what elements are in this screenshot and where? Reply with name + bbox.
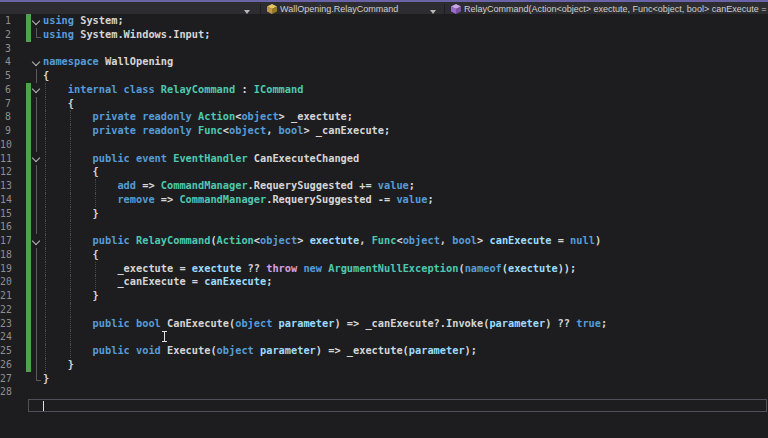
outline-guide <box>36 344 37 358</box>
line-number: 17 <box>0 234 11 248</box>
code-text: } <box>43 289 99 303</box>
collapse-chevron-icon[interactable] <box>32 16 40 24</box>
class-icon <box>267 4 277 14</box>
member-dropdown-label: RelayCommand(Action<object> exectute, Fu… <box>464 4 766 14</box>
change-tracking-bar <box>26 344 31 358</box>
outline-guide <box>36 275 37 289</box>
code-line[interactable]: 21 } <box>0 289 768 303</box>
indent-guide <box>70 303 71 317</box>
line-number: 15 <box>0 207 11 221</box>
code-text: { <box>43 248 99 262</box>
line-number: 28 <box>0 385 11 399</box>
collapse-chevron-icon[interactable] <box>32 154 40 162</box>
code-text: _canExecute = canExecute; <box>43 275 272 289</box>
indent-guide <box>70 138 71 152</box>
code-text: add => CommandManager.RequerySuggested +… <box>43 179 415 193</box>
code-line[interactable]: 18 { <box>0 248 768 262</box>
code-line[interactable]: 28 <box>0 385 768 399</box>
code-line[interactable]: 4namespace WallOpening <box>0 55 768 69</box>
outline-guide <box>36 330 37 344</box>
member-dropdown[interactable]: RelayCommand(Action<object> exectute, Fu… <box>446 4 768 14</box>
code-line[interactable]: 25 public void Execute(object parameter)… <box>0 344 768 358</box>
code-text: } <box>43 207 99 221</box>
code-line[interactable]: 10 <box>0 138 768 152</box>
line-number: 3 <box>0 42 11 56</box>
change-tracking-bar <box>26 110 31 124</box>
code-line[interactable]: 11 public event EventHandler CanExecuteC… <box>0 152 768 166</box>
code-text: { <box>43 165 99 179</box>
code-text: internal class RelayCommand : ICommand <box>43 83 303 97</box>
code-line[interactable]: 7 { <box>0 97 768 111</box>
line-number: 12 <box>0 165 11 179</box>
code-line[interactable]: 3 <box>0 42 768 56</box>
outline-guide <box>36 97 37 111</box>
navbar-divider <box>444 4 445 14</box>
change-tracking-bar <box>26 317 31 331</box>
outline-guide <box>36 179 37 193</box>
change-tracking-bar <box>26 97 31 111</box>
outline-guide <box>36 289 37 303</box>
change-tracking-bar <box>26 152 31 166</box>
change-tracking-bar <box>26 262 31 276</box>
code-line[interactable]: 13 add => CommandManager.RequerySuggeste… <box>0 179 768 193</box>
code-line[interactable]: 5{ <box>0 69 768 83</box>
line-number: 10 <box>0 138 11 152</box>
code-line[interactable]: 14 remove => CommandManager.RequerySugge… <box>0 193 768 207</box>
project-dropdown[interactable] <box>0 4 258 14</box>
collapse-chevron-icon[interactable] <box>32 85 40 93</box>
code-line[interactable]: 6 internal class RelayCommand : ICommand <box>0 83 768 97</box>
code-text: using System; <box>43 14 124 28</box>
code-line[interactable]: 19 _exectute = exectute ?? throw new Arg… <box>0 262 768 276</box>
code-text: using System.Windows.Input; <box>43 28 210 42</box>
code-line[interactable]: 12 { <box>0 165 768 179</box>
code-line[interactable]: 16 <box>0 220 768 234</box>
line-number: 13 <box>0 179 11 193</box>
mouse-ibeam-cursor <box>162 331 167 342</box>
line-number: 19 <box>0 262 11 276</box>
code-line[interactable]: 2using System.Windows.Input; <box>0 28 768 42</box>
code-line[interactable]: 22 <box>0 303 768 317</box>
change-tracking-bar <box>26 289 31 303</box>
code-text: } <box>43 372 49 386</box>
collapse-chevron-icon[interactable] <box>32 236 40 244</box>
indent-guide <box>70 330 71 344</box>
code-line[interactable]: 26 } <box>0 358 768 372</box>
outline-guide <box>36 248 37 262</box>
line-number: 24 <box>0 330 11 344</box>
type-dropdown[interactable]: WallOpening.RelayCommand <box>262 4 444 14</box>
code-line[interactable]: 24 <box>0 330 768 344</box>
code-text: remove => CommandManager.RequerySuggeste… <box>43 193 434 207</box>
change-tracking-bar <box>26 179 31 193</box>
code-line[interactable]: 9 private readonly Func<object, bool> _c… <box>0 124 768 138</box>
line-number: 6 <box>0 83 11 97</box>
code-text: _exectute = exectute ?? throw new Argume… <box>43 262 576 276</box>
code-text: { <box>43 69 49 83</box>
text-caret <box>43 401 44 412</box>
outline-guide <box>36 110 37 124</box>
current-line-highlight <box>28 399 767 411</box>
outline-guide <box>36 124 37 138</box>
code-line[interactable]: 17 public RelayCommand(Action<object> ex… <box>0 234 768 248</box>
change-tracking-bar <box>26 220 31 234</box>
code-line[interactable]: 1using System; <box>0 14 768 28</box>
line-number: 18 <box>0 248 11 262</box>
outline-guide <box>36 262 37 276</box>
navigation-bar: WallOpening.RelayCommand RelayCommand(Ac… <box>0 0 768 14</box>
code-text: private readonly Action<object> _exectut… <box>43 110 353 124</box>
collapse-chevron-icon[interactable] <box>32 58 40 66</box>
line-number: 21 <box>0 289 11 303</box>
code-line[interactable]: 8 private readonly Action<object> _exect… <box>0 110 768 124</box>
outline-guide <box>36 358 37 372</box>
code-line[interactable]: 23 public bool CanExecute(object paramet… <box>0 317 768 331</box>
code-line[interactable]: 27} <box>0 372 768 386</box>
change-tracking-bar <box>26 303 31 317</box>
change-tracking-bar <box>26 14 31 28</box>
code-editor[interactable]: 1using System;2using System.Windows.Inpu… <box>0 14 768 438</box>
code-line[interactable]: 15 } <box>0 207 768 221</box>
change-tracking-bar <box>26 124 31 138</box>
outline-guide <box>36 138 37 152</box>
line-number: 25 <box>0 344 11 358</box>
outline-guide <box>36 220 37 234</box>
code-text: public bool CanExecute(object parameter)… <box>43 317 607 331</box>
code-line[interactable]: 20 _canExecute = canExecute; <box>0 275 768 289</box>
